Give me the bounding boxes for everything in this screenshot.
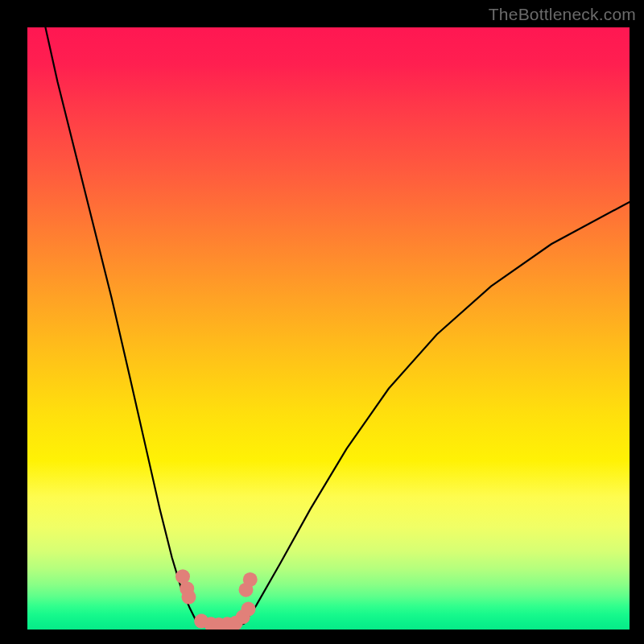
data-marker — [181, 590, 196, 605]
outer-frame: TheBottleneck.com — [0, 0, 644, 644]
plot-area — [27, 27, 630, 630]
bottleneck-curve — [45, 27, 630, 627]
data-marker — [242, 602, 256, 617]
watermark-text: TheBottleneck.com — [489, 5, 636, 24]
chart-svg — [27, 27, 630, 630]
curve-group — [45, 27, 630, 627]
data-marker — [243, 572, 258, 587]
marker-group — [175, 569, 258, 630]
